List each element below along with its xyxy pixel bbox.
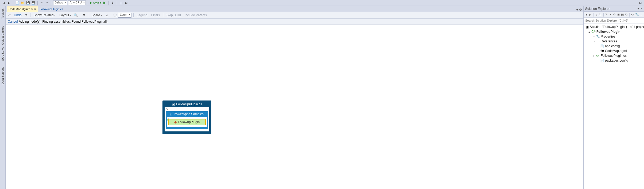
references-label: References [601, 39, 617, 43]
tab-settings-icon[interactable]: ⚙ [579, 8, 582, 12]
fwd-icon[interactable]: ► [589, 13, 592, 17]
file-codemap[interactable]: 🗺 CodeMap.dgml [584, 49, 643, 53]
dll-group-node[interactable]: ▣ FollowupPlugin.dll ⟳ {} PowerApps.Samp… [162, 100, 211, 134]
copy-icon[interactable]: ⧉ [625, 13, 628, 17]
plugin-label: FollowupPlugin.cs [601, 54, 627, 58]
project-node[interactable]: ◢ C# FollowupPlugin [584, 29, 643, 34]
references-node[interactable]: ▷ ▭ References [584, 39, 643, 44]
dropdown-icon[interactable]: ▾ [609, 13, 612, 17]
undo-icon[interactable]: ↶ [40, 1, 44, 5]
class-node[interactable]: ◆ FollowupPlugin [168, 119, 206, 125]
chevron-right-icon[interactable]: ▷ [592, 54, 595, 57]
solution-explorer-panel: Solution Explorer ▾ ✕ ◄ ► ⌂ ⇆ ✎ ▾ ⟳ ⊟ ▤ … [583, 6, 644, 189]
step-icon[interactable]: ⤓ [111, 1, 115, 5]
viewcode-icon[interactable]: <> [631, 13, 634, 17]
share-button[interactable]: Share [90, 13, 103, 17]
chevron-right-icon[interactable]: ▷ [592, 40, 595, 43]
dll-header[interactable]: ▣ FollowupPlugin.dll [163, 101, 211, 107]
solution-explorer-title[interactable]: Solution Explorer ▾ ✕ [584, 6, 644, 12]
properties-label: Properties [601, 35, 615, 38]
export-icon[interactable]: ⇲ [104, 13, 109, 17]
solution-search[interactable] [584, 18, 644, 23]
showall-icon[interactable]: ▤ [621, 13, 624, 17]
home-icon[interactable]: ⌂ [595, 13, 598, 17]
redo-icon[interactable]: ↷ [45, 1, 49, 5]
ext1-icon[interactable]: ◫ [119, 1, 123, 5]
zoom-combo[interactable]: Zoom [118, 13, 131, 18]
nav-fwd-icon[interactable]: ► [7, 1, 11, 5]
tab-codemap-label: CodeMap.dgml* [9, 7, 30, 11]
more-icon[interactable]: – [640, 13, 643, 17]
config-file-icon: 📄 [600, 59, 604, 62]
find-icon[interactable]: 🔍 [73, 13, 78, 17]
references-icon: ▭ [596, 39, 600, 43]
redo-arrow-icon[interactable]: ↷ [24, 13, 28, 17]
filters-button[interactable]: Filters [150, 13, 161, 17]
appconfig-label: app.config [605, 44, 620, 48]
csharp-file-icon: C# [596, 54, 600, 58]
fit-icon[interactable]: ⛶ [113, 13, 117, 17]
layout-button[interactable]: Layout [58, 13, 72, 17]
sql-explorer-tab[interactable]: SQL Server Object Explorer [1, 23, 4, 62]
platform-combo[interactable]: Any CPU [68, 1, 86, 5]
chevron-down-icon[interactable]: ◢ [588, 30, 591, 33]
refresh-badge-icon[interactable]: ⟳ [165, 108, 168, 111]
flag-icon[interactable]: ⚑ [82, 13, 86, 17]
properties-icon[interactable]: 🔧 [635, 13, 639, 17]
panel-dropdown-icon[interactable]: ▾ [638, 7, 639, 10]
namespace-group-node[interactable]: {} PowerApps.Samples ⟳ » ◆ FollowupPlugi… [166, 111, 208, 129]
save-icon[interactable]: 💾 [26, 1, 30, 5]
solution-label: Solution 'FollowupPlugin' (1 of 1 projec… [590, 25, 644, 29]
undo-button[interactable]: Undo [13, 13, 23, 17]
panel-close-icon[interactable]: ✕ [640, 7, 642, 10]
properties-node[interactable]: ▷ 🔧 Properties [584, 34, 643, 39]
solution-node[interactable]: ▣ Solution 'FollowupPlugin' (1 of 1 proj… [584, 25, 643, 29]
config-file-icon: 📄 [600, 44, 604, 48]
namespace-label: PowerApps.Samples [174, 112, 203, 116]
pending-icon[interactable]: ✎ [605, 13, 608, 17]
nav-back-icon[interactable]: ◄ [2, 1, 6, 5]
file-packagesconfig[interactable]: 📄 packages.config [584, 58, 643, 63]
legend-button[interactable]: Legend [135, 13, 149, 17]
skip-build-button[interactable]: Skip Build [165, 13, 182, 17]
tab-followupplugin[interactable]: FollowupPlugin.cs [38, 6, 65, 12]
codemap-status-bar: Cancel Adding node(s). Finding assemblie… [6, 19, 583, 25]
editor-column: CodeMap.dgml* ⊕ ✕ FollowupPlugin.cs ▾ ⚙ … [6, 6, 583, 189]
show-related-button[interactable]: Show Related [32, 13, 57, 17]
new-icon[interactable]: 📄 [15, 1, 20, 5]
open-icon[interactable]: 📂 [21, 1, 25, 5]
collapse-icon[interactable]: ⊟ [617, 13, 620, 17]
config-combo[interactable]: Debug [53, 1, 67, 5]
window-options-icon[interactable]: ⊡ [638, 1, 642, 5]
back-icon[interactable]: ◄ [585, 13, 588, 17]
sync-icon[interactable]: ⇆ [599, 13, 602, 17]
cancel-link[interactable]: Cancel [8, 20, 18, 23]
left-rail: Toolbox SQL Server Object Explorer Data … [0, 6, 6, 189]
class-label: FollowupPlugin [178, 120, 200, 124]
undo-arrow-icon[interactable]: ↶ [7, 13, 11, 17]
solution-search-input[interactable] [584, 18, 644, 23]
chevron-right-icon[interactable]: » [166, 118, 168, 121]
codemap-label: CodeMap.dgml [605, 49, 627, 53]
close-icon[interactable]: ✕ [34, 8, 36, 11]
tab-overflow-icon[interactable]: ▾ [576, 8, 578, 12]
data-sources-tab[interactable]: Data Sources [1, 66, 4, 86]
start-no-debug-icon[interactable] [102, 1, 107, 5]
tab-codemap[interactable]: CodeMap.dgml* ⊕ ✕ [7, 6, 38, 12]
codemap-canvas[interactable]: ▣ FollowupPlugin.dll ⟳ {} PowerApps.Samp… [6, 25, 583, 189]
solution-tree[interactable]: ▣ Solution 'FollowupPlugin' (1 of 1 proj… [584, 23, 644, 189]
toolbox-tab[interactable]: Toolbox [1, 7, 4, 20]
codemap-toolbar: ↶ Undo ↷ Show Related Layout 🔍 ⚑ Share ⇲… [6, 12, 583, 19]
namespace-header[interactable]: {} PowerApps.Samples [167, 111, 207, 117]
file-followupplugin[interactable]: ▷ C# FollowupPlugin.cs [584, 53, 643, 58]
solution-explorer-title-label: Solution Explorer [585, 7, 610, 11]
include-parents-button[interactable]: Include Parents [183, 13, 208, 17]
start-button[interactable]: Start ▾ [90, 1, 101, 5]
save-all-icon[interactable]: 💾 [31, 1, 36, 5]
ext2-icon[interactable]: ⊞ [124, 1, 129, 5]
refresh-icon[interactable]: ⟳ [613, 13, 616, 17]
chevron-right-icon[interactable]: ▷ [592, 35, 595, 38]
tab-followupplugin-label: FollowupPlugin.cs [40, 7, 63, 11]
pin-icon[interactable]: ⊕ [31, 8, 33, 11]
file-appconfig[interactable]: 📄 app.config [584, 44, 643, 49]
